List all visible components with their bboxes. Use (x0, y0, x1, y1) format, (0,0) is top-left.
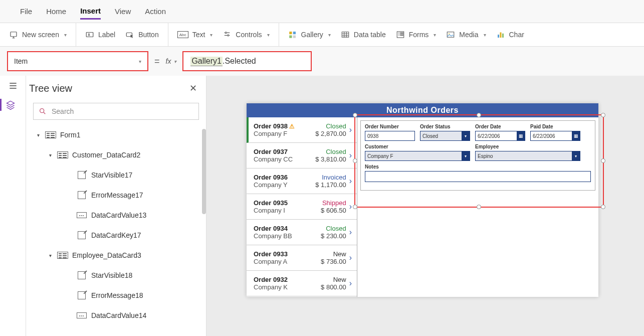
svg-rect-26 (500, 33, 501, 38)
resize-handle[interactable] (477, 205, 481, 209)
gallery-item-left: Order 0932Company K (254, 276, 321, 291)
chevron-down-icon: ▾ (462, 151, 470, 160)
data-table-label: Data table (354, 31, 386, 39)
combo-order-status[interactable]: Closed▾ (420, 131, 470, 141)
gallery-item[interactable]: Order 0938⚠Company FClosed$ 2,870.00› (247, 117, 357, 143)
chevron-down-icon: ▾ (64, 32, 67, 38)
forms-button[interactable]: Forms ▾ (396, 30, 437, 39)
label-paid-date: Paid Date (530, 124, 580, 129)
tree-node[interactable]: DataCardKey17 (26, 225, 206, 245)
menu-insert[interactable]: Insert (80, 4, 101, 20)
menu-view[interactable]: View (115, 4, 131, 19)
svg-rect-23 (448, 32, 455, 38)
gallery-item-right: Closed$ 2,870.00 (315, 122, 346, 137)
chart-button[interactable]: Char (496, 30, 524, 39)
tree-node[interactable]: ▾Customer_DataCard2 (26, 145, 206, 165)
chevron-down-icon: ▾ (328, 32, 331, 38)
tree-node[interactable]: ▾Employee_DataCard3 (26, 245, 206, 265)
input-order-date[interactable]: 6/22/2006▦ (475, 131, 525, 141)
tree-node[interactable]: ▾Form1 (26, 125, 206, 145)
svg-rect-12 (293, 36, 295, 38)
resize-handle[interactable] (601, 158, 605, 163)
tree-node[interactable]: ErrorMessage18 (26, 285, 206, 305)
gallery-item[interactable]: Order 0932Company KNew$ 800.00› (247, 271, 357, 296)
app-header: Northwind Orders (247, 103, 598, 117)
ribbon: New screen ▾ Label Button Abc Text ▾ Con… (0, 23, 644, 47)
equals-sign: = (154, 56, 160, 67)
menu-action[interactable]: Action (145, 4, 166, 19)
gallery-order: Order 0936 (254, 174, 315, 181)
tree-node[interactable]: StarVisible17 (26, 165, 206, 185)
gallery-item[interactable]: Order 0936Company YInvoiced$ 1,170.00› (247, 169, 357, 194)
tree-node[interactable]: ErrorMessage17 (26, 185, 206, 205)
form-column: Order Number 0938 Order Status Closed▾ O… (357, 117, 598, 297)
gallery-price: $ 800.00 (321, 283, 346, 291)
tree-node-label: StarVisible17 (91, 171, 132, 179)
formula-input[interactable]: Gallery1.Selected (182, 51, 312, 71)
gallery-item-right: Closed$ 3,810.00 (315, 148, 346, 163)
tree-node[interactable]: StarVisible18 (26, 265, 206, 285)
canvas-area[interactable]: Northwind Orders Order 0938⚠Company FClo… (206, 76, 644, 336)
menu-file[interactable]: File (20, 4, 32, 19)
property-selector[interactable]: Item ▾ (7, 51, 148, 71)
resize-handle[interactable] (601, 205, 605, 209)
layers-icon[interactable] (0, 99, 26, 111)
input-paid-date[interactable]: 6/22/2006▦ (530, 131, 580, 141)
media-icon (446, 30, 455, 39)
tree-node[interactable]: •••DataCardValue14 (26, 305, 206, 325)
input-notes[interactable] (365, 171, 591, 182)
gallery-item[interactable]: Order 0937Company CCClosed$ 3,810.00› (247, 143, 357, 169)
chevron-down-icon: ▾ (434, 32, 436, 38)
value-order-date: 6/22/2006 (478, 133, 500, 139)
edit-icon (76, 271, 87, 279)
combo-customer[interactable]: Company F▾ (365, 151, 470, 161)
hamburger-icon[interactable] (7, 80, 19, 92)
gallery-company: Company A (254, 258, 321, 265)
tree-node-label: DataCardValue14 (91, 311, 146, 319)
new-screen-button[interactable]: New screen ▾ (9, 30, 67, 39)
svg-rect-3 (86, 33, 93, 37)
close-icon[interactable]: ✕ (189, 83, 197, 94)
tree-node-label: Customer_DataCard2 (72, 151, 140, 159)
fx-label[interactable]: fx▾ (166, 57, 177, 65)
tree-search-input[interactable]: Search (33, 103, 199, 120)
combo-employee[interactable]: Espino▾ (475, 151, 580, 161)
menu-bar: File Home Insert View Action (0, 0, 644, 23)
svg-rect-13 (342, 32, 349, 38)
media-button[interactable]: Media ▾ (446, 30, 486, 39)
gallery-column[interactable]: Order 0938⚠Company FClosed$ 2,870.00›Ord… (247, 117, 357, 297)
gallery-price: $ 606.50 (321, 207, 346, 214)
data-table-button[interactable]: Data table (341, 30, 386, 39)
text-button[interactable]: Abc Text ▾ (177, 31, 213, 39)
gallery-item[interactable]: Order 0934Company BBClosed$ 230.00› (247, 220, 357, 245)
chevron-right-icon: › (349, 253, 352, 262)
new-screen-label: New screen (22, 31, 59, 39)
search-icon (39, 107, 47, 115)
label-button[interactable]: Label (85, 30, 115, 39)
form-fields[interactable]: Order Number 0938 Order Status Closed▾ O… (360, 120, 595, 191)
tree-node-label: DataCardValue13 (91, 211, 146, 219)
gallery-item-left: Order 0934Company BB (254, 225, 321, 240)
caret-icon: ▾ (47, 253, 53, 258)
input-order-number[interactable]: 0938 (365, 131, 415, 141)
forms-label: Forms (409, 31, 429, 39)
gallery-button[interactable]: Gallery ▾ (288, 30, 331, 39)
gallery-item[interactable]: Order 0933Company ANew$ 736.00› (247, 245, 357, 271)
scrollbar[interactable] (202, 129, 206, 214)
chevron-down-icon: ▾ (174, 59, 176, 64)
gallery-status: Shipped (321, 199, 346, 207)
svg-rect-25 (498, 35, 499, 38)
gallery-status: Closed (315, 122, 346, 130)
controls-button[interactable]: Controls ▾ (223, 30, 269, 39)
caret-icon: ▾ (47, 152, 53, 158)
tree-node[interactable]: •••DataCardValue13 (26, 205, 206, 225)
resize-handle[interactable] (601, 113, 605, 117)
chevron-down-icon: ▾ (484, 32, 486, 38)
label-notes: Notes (365, 164, 591, 170)
menu-home[interactable]: Home (46, 4, 66, 19)
gallery-price: $ 1,170.00 (315, 181, 346, 189)
caret-icon: ▾ (35, 132, 41, 138)
button-button[interactable]: Button (125, 30, 158, 39)
gallery-item[interactable]: Order 0935Company IShipped$ 606.50› (247, 194, 357, 220)
tree-node-label: StarVisible18 (91, 271, 132, 279)
